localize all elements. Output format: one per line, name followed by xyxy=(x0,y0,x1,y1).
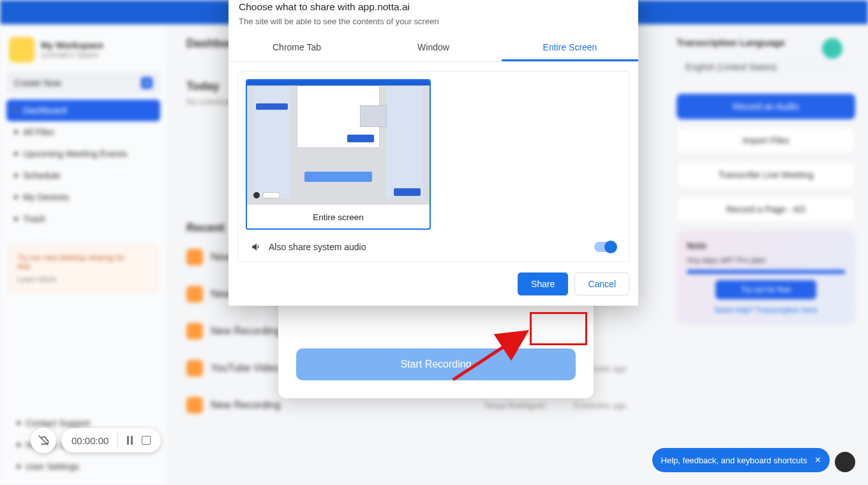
item-title: New Recording xyxy=(211,399,476,411)
sidebar-item-schedule[interactable]: Schedule xyxy=(6,165,160,186)
file-icon xyxy=(186,360,203,377)
promo-line: free xyxy=(17,262,149,271)
tab-entire-screen[interactable]: Entire Screen xyxy=(502,35,638,61)
sidebar-item-label: Schedule xyxy=(23,170,60,181)
dialog-title: Choose what to share with app.notta.ai xyxy=(239,1,628,13)
cloud-off-icon[interactable] xyxy=(31,428,56,453)
sidebar-item-label: Upcoming Meeting Events xyxy=(23,149,127,159)
dialog-body: Entire screen Also share system audio xyxy=(237,71,629,262)
sidebar-item-dashboard[interactable]: Dashboard xyxy=(6,100,160,121)
import-files-button[interactable]: Import Files xyxy=(677,127,855,154)
note-title: Note xyxy=(687,241,845,251)
record-page-button[interactable]: Record a Page - AD xyxy=(677,196,855,223)
help-pill[interactable]: Help, feedback, and keyboard shortcuts × xyxy=(652,448,830,472)
workspace-name: My Workspace xyxy=(41,40,103,50)
promo-card[interactable]: Try our new desktop sharing for free Lea… xyxy=(9,245,158,292)
plus-icon: + xyxy=(141,77,153,89)
recorder-widget[interactable]: 00:00:00 xyxy=(31,428,161,453)
audio-share-label: Also share system audio xyxy=(269,242,366,252)
sidebar-item-label: Contact Support xyxy=(26,418,90,428)
audio-share-row: Also share system audio xyxy=(246,230,621,262)
tab-chrome-tab[interactable]: Chrome Tab xyxy=(228,35,365,61)
dialog-subtitle: The site will be able to see the content… xyxy=(239,17,628,26)
cancel-button[interactable]: Cancel xyxy=(574,272,629,295)
screen-option-entire[interactable]: Entire screen xyxy=(246,79,431,230)
share-screen-dialog: Choose what to share with app.notta.ai T… xyxy=(228,0,638,306)
close-icon[interactable]: × xyxy=(815,454,821,466)
help-text: Help, feedback, and keyboard shortcuts xyxy=(661,456,807,465)
workspace-detail: uzumaki's Space xyxy=(41,50,103,59)
sidebar-item-devices[interactable]: My Devices xyxy=(6,186,160,208)
file-icon xyxy=(186,249,203,265)
screen-preview xyxy=(247,80,430,205)
item-owner: Tanya Rodriguez xyxy=(484,401,567,410)
sidebar-item-label: Trash xyxy=(23,214,45,224)
create-label: Create Now xyxy=(14,78,61,88)
sidebar-item-upcoming[interactable]: Upcoming Meeting Events xyxy=(6,143,160,165)
sidebar-footer-settings[interactable]: User Settings xyxy=(9,456,160,477)
audio-share-toggle[interactable] xyxy=(594,242,616,252)
start-recording-button[interactable]: Start Recording xyxy=(296,348,576,380)
note-link[interactable]: Need help? Transcription here xyxy=(687,306,845,315)
language-select[interactable]: English (United States) xyxy=(677,56,855,78)
avatar[interactable] xyxy=(822,38,842,59)
sidebar-item-label: Dashboard xyxy=(23,105,67,116)
trash-icon[interactable] xyxy=(142,436,151,445)
sidebar: My Workspace uzumaki's Space Create Now … xyxy=(0,24,167,485)
file-icon xyxy=(186,286,203,302)
pause-icon[interactable] xyxy=(127,436,133,445)
dialog-tabs: Chrome Tab Window Entire Screen xyxy=(228,35,638,62)
record-audio-button[interactable]: Record an Audio xyxy=(677,94,855,119)
file-icon xyxy=(186,323,203,340)
create-now-button[interactable]: Create Now + xyxy=(6,71,160,94)
right-panel: Transcription Language English (United S… xyxy=(664,24,868,485)
recorder-time: 00:00:00 xyxy=(71,435,108,446)
speaker-icon xyxy=(251,241,262,253)
sidebar-item-label: My Devices xyxy=(23,192,69,202)
sidebar-item-trash[interactable]: Trash xyxy=(6,208,160,230)
promo-sub: Learn More xyxy=(17,275,149,284)
dialog-actions: Share Cancel xyxy=(228,262,638,295)
item-title: New Recording xyxy=(211,325,280,337)
workspace-icon xyxy=(9,37,34,63)
screen-option-label: Entire screen xyxy=(247,205,430,228)
promo-line: Try our new desktop sharing for xyxy=(17,253,149,262)
note-desc: Any days left? Pro plan xyxy=(687,256,845,265)
share-button[interactable]: Share xyxy=(518,272,568,295)
sidebar-item-all-files[interactable]: All Files xyxy=(6,121,160,143)
file-icon xyxy=(186,397,203,414)
note-card: Note Any days left? Pro plan Try out for… xyxy=(677,230,855,325)
help-round-button[interactable] xyxy=(835,452,855,472)
workspace-header[interactable]: My Workspace uzumaki's Space xyxy=(6,32,160,71)
sidebar-item-label: All Files xyxy=(23,127,54,137)
note-cta[interactable]: Try out for free xyxy=(715,280,816,299)
transcribe-button[interactable]: Transcribe Live Meeting xyxy=(677,161,855,188)
sidebar-item-label: User Settings xyxy=(26,461,79,472)
tab-window[interactable]: Window xyxy=(365,35,502,61)
item-date: 5 minutes ago xyxy=(574,401,645,410)
